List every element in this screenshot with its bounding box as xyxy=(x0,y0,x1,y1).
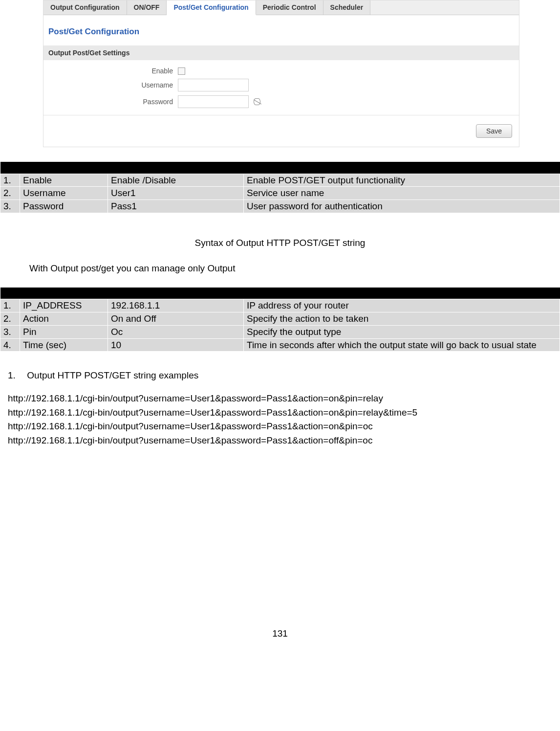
cell: Pass1 xyxy=(108,200,244,213)
th xyxy=(244,288,560,299)
username-input[interactable] xyxy=(178,79,249,91)
tab-strip: Output Configuration ON/OFF Post/Get Con… xyxy=(43,0,519,15)
cell: Time in seconds after which the output s… xyxy=(244,338,560,352)
cell: 2. xyxy=(0,187,20,200)
url-list: http://192.168.1.1/cgi-bin/output?userna… xyxy=(8,392,560,447)
th xyxy=(0,162,20,174)
section-title: Post/Get Configuration xyxy=(43,15,519,45)
page-number: 131 xyxy=(0,628,560,639)
cell: Service user name xyxy=(244,187,560,200)
th xyxy=(108,162,244,174)
cell: Enable xyxy=(20,174,108,187)
examples-heading: 1. Output HTTP POST/GET string examples xyxy=(8,370,560,381)
section-subhead: Output Post/Get Settings xyxy=(43,45,519,60)
enable-checkbox[interactable] xyxy=(178,67,185,75)
cell: Time (sec) xyxy=(20,338,108,352)
username-label: Username xyxy=(43,81,178,89)
cell: 1. xyxy=(0,299,20,312)
cell: Specify the output type xyxy=(244,325,560,338)
save-button[interactable]: Save xyxy=(476,124,512,138)
th xyxy=(20,288,108,299)
cell: Oc xyxy=(108,325,244,338)
syntax-heading: Syntax of Output HTTP POST/GET string xyxy=(0,238,560,248)
cell: Enable /Disable xyxy=(108,174,244,187)
url-line: http://192.168.1.1/cgi-bin/output?userna… xyxy=(8,406,560,420)
cell: 2. xyxy=(0,312,20,326)
cell: IP address of your router xyxy=(244,299,560,312)
form-footer: Save xyxy=(43,115,519,147)
table-row: 2. Username User1 Service user name xyxy=(0,187,560,200)
th xyxy=(20,162,108,174)
cell: 1. xyxy=(0,174,20,187)
settings-table: 1. Enable Enable /Disable Enable POST/GE… xyxy=(0,162,560,213)
cell: Specify the action to be taken xyxy=(244,312,560,326)
tab-scheduler[interactable]: Scheduler xyxy=(323,0,371,15)
examples-num: 1. xyxy=(8,370,24,381)
table-row: 3. Password Pass1 User password for auth… xyxy=(0,200,560,213)
cell: 3. xyxy=(0,200,20,213)
cell: 192.168.1.1 xyxy=(108,299,244,312)
table-row: 1. Enable Enable /Disable Enable POST/GE… xyxy=(0,174,560,187)
tab-periodic-control[interactable]: Periodic Control xyxy=(256,0,323,15)
cell: IP_ADDRESS xyxy=(20,299,108,312)
tab-output-configuration[interactable]: Output Configuration xyxy=(43,0,127,15)
url-line: http://192.168.1.1/cgi-bin/output?userna… xyxy=(8,392,560,406)
table-row: 2. Action On and Off Specify the action … xyxy=(0,312,560,326)
tab-on-off[interactable]: ON/OFF xyxy=(127,0,167,15)
cell: 3. xyxy=(0,325,20,338)
cell: User1 xyxy=(108,187,244,200)
password-input[interactable] xyxy=(178,95,249,108)
cell: Password xyxy=(20,200,108,213)
syntax-table: 1. IP_ADDRESS 192.168.1.1 IP address of … xyxy=(0,288,560,352)
cell: Action xyxy=(20,312,108,326)
password-label: Password xyxy=(43,98,178,106)
cell: Pin xyxy=(20,325,108,338)
settings-form: Enable Username Password xyxy=(43,60,519,115)
cell: Enable POST/GET output functionality xyxy=(244,174,560,187)
th xyxy=(244,162,560,174)
cell: On and Off xyxy=(108,312,244,326)
table-row: 4. Time (sec) 10 Time in seconds after w… xyxy=(0,338,560,352)
tab-post-get-config[interactable]: Post/Get Configuration xyxy=(167,0,256,15)
cell: 4. xyxy=(0,338,20,352)
table-row: 1. IP_ADDRESS 192.168.1.1 IP address of … xyxy=(0,299,560,312)
url-line: http://192.168.1.1/cgi-bin/output?userna… xyxy=(8,420,560,434)
router-ui-panel: Output Configuration ON/OFF Post/Get Con… xyxy=(43,0,519,147)
enable-label: Enable xyxy=(43,67,178,75)
body-text: With Output post/get you can manage only… xyxy=(29,263,560,274)
url-line: http://192.168.1.1/cgi-bin/output?userna… xyxy=(8,434,560,448)
table-row: 3. Pin Oc Specify the output type xyxy=(0,325,560,338)
th xyxy=(108,288,244,299)
cell: User password for authentication xyxy=(244,200,560,213)
examples-title: Output HTTP POST/GET string examples xyxy=(27,370,198,380)
cell: 10 xyxy=(108,338,244,352)
cell: Username xyxy=(20,187,108,200)
th xyxy=(0,288,20,299)
eye-icon[interactable] xyxy=(254,98,260,105)
